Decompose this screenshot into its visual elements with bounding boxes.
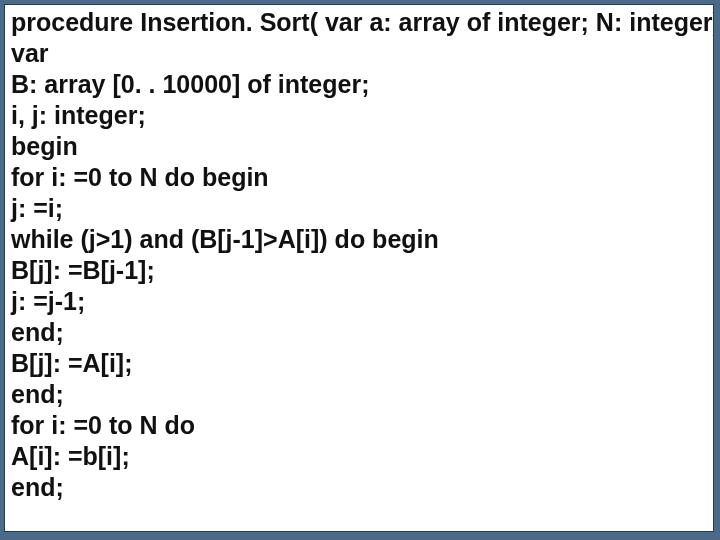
code-line: i, j: integer; <box>11 100 707 131</box>
code-line: end; <box>11 317 707 348</box>
code-line: procedure Insertion. Sort( var a: array … <box>11 7 707 38</box>
code-line: end; <box>11 379 707 410</box>
code-line: for i: =0 to N do begin <box>11 162 707 193</box>
code-line: A[i]: =b[i]; <box>11 441 707 472</box>
code-line: j: =i; <box>11 193 707 224</box>
code-line: begin <box>11 131 707 162</box>
code-line: B[j]: =B[j-1]; <box>11 255 707 286</box>
code-line: j: =j-1; <box>11 286 707 317</box>
code-line: while (j>1) and (B[j-1]>A[i]) do begin <box>11 224 707 255</box>
code-line: B: array [0. . 10000] of integer; <box>11 69 707 100</box>
code-line: B[j]: =A[i]; <box>11 348 707 379</box>
code-line: var <box>11 38 707 69</box>
code-line: for i: =0 to N do <box>11 410 707 441</box>
code-line: end; <box>11 472 707 503</box>
code-box: procedure Insertion. Sort( var a: array … <box>4 4 714 532</box>
